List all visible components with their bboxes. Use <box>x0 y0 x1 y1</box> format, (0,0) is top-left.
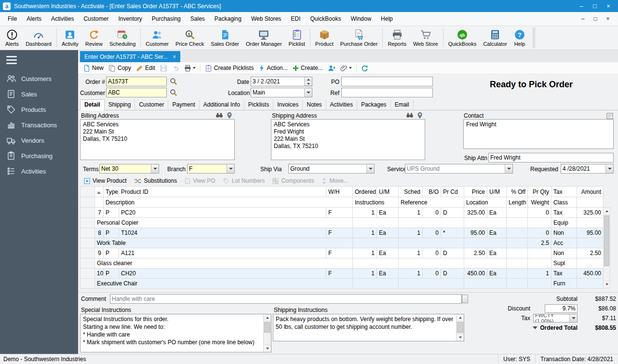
chevron-down-icon[interactable] <box>605 164 613 173</box>
order-search-icon[interactable] <box>169 77 178 86</box>
col-header-price[interactable]: Price <box>464 187 487 197</box>
col-header-type[interactable]: Type <box>104 187 119 197</box>
binoculars-icon[interactable] <box>215 111 224 119</box>
discount-rate-input[interactable] <box>545 304 578 313</box>
sidebar-item-purchasing[interactable]: Purchasing <box>0 148 78 163</box>
col-header-ordered[interactable]: Ordered <box>353 187 377 197</box>
toolbar-sales-order-button[interactable]: Sales Order <box>207 27 242 49</box>
scroll-down-icon[interactable] <box>264 345 271 352</box>
tab-customer[interactable]: Customer <box>135 100 168 110</box>
view-po-button[interactable]: View PO <box>185 177 215 184</box>
menu-icon[interactable] <box>6 56 17 64</box>
menu-activities[interactable]: Activities <box>46 13 79 25</box>
requested-date-combo[interactable]: 4 /28/2021 <box>561 164 614 174</box>
attachment-button[interactable] <box>338 64 354 73</box>
binoculars-icon[interactable] <box>405 111 414 119</box>
chevron-down-icon[interactable] <box>505 164 512 173</box>
row-indicator[interactable] <box>81 208 95 218</box>
sidebar-item-sales[interactable]: Sales <box>0 86 78 102</box>
scrollbar-thumb[interactable] <box>457 322 463 333</box>
menu-web-stores[interactable]: Web Stores <box>246 13 286 25</box>
ref-input[interactable] <box>341 88 433 97</box>
components-button[interactable]: Components <box>272 177 314 184</box>
menu-quickbooks[interactable]: QuickBooks <box>305 13 346 25</box>
scroll-up-icon[interactable] <box>457 314 464 322</box>
col-header-tax[interactable]: Tax <box>551 187 577 197</box>
toolbar-quickbooks-button[interactable]: qb QuickBooks <box>445 27 480 49</box>
tab-packages[interactable]: Packages <box>357 100 391 110</box>
menu-customer[interactable]: Customer <box>79 13 113 25</box>
toolbar-purchase-order-button[interactable]: Purchase Order <box>337 27 381 49</box>
toolbar-order-manager-button[interactable]: Order Manager <box>242 27 285 49</box>
scroll-down-icon[interactable] <box>457 334 464 341</box>
tab-notes[interactable]: Notes <box>303 100 326 110</box>
add-contact-button[interactable] <box>325 64 338 73</box>
mdi-minimize-button[interactable]: – <box>577 15 589 22</box>
tab-email[interactable]: Email <box>391 100 414 110</box>
shipping-address-box[interactable]: ABC Services Fred Wright 222 Main St Dal… <box>271 119 425 160</box>
order-number-input[interactable] <box>106 77 167 86</box>
row-indicator[interactable] <box>81 248 95 258</box>
menu-inventory[interactable]: Inventory <box>113 13 147 25</box>
col-header-product-id[interactable]: Product ID <box>119 187 326 197</box>
menu-sales[interactable]: Sales <box>186 13 210 25</box>
shipping-instructions-text[interactable]: Pack heavy products on bottom. Verify we… <box>273 314 456 341</box>
print-button[interactable] <box>182 64 198 73</box>
toolbar-product-button[interactable]: Product <box>312 27 337 49</box>
refresh-button[interactable] <box>359 64 371 73</box>
comment-input[interactable] <box>110 294 462 304</box>
col-header-wh[interactable]: W/H <box>326 187 353 197</box>
close-icon[interactable]: × <box>173 54 176 60</box>
row-indicator[interactable] <box>81 269 95 279</box>
create-picklists-button[interactable]: Create Picklists <box>202 64 256 73</box>
ordered-total-caret-icon[interactable] <box>533 326 537 329</box>
mdi-close-button[interactable]: × <box>602 15 614 22</box>
chevron-down-icon[interactable] <box>304 88 312 97</box>
tab-detail[interactable]: Detail <box>80 99 105 110</box>
toolbar-scheduling-button[interactable]: Scheduling <box>106 27 139 49</box>
lot-numbers-button[interactable]: Lot Numbers <box>223 177 265 184</box>
menu-purchasing[interactable]: Purchasing <box>147 13 186 25</box>
customer-search-icon[interactable] <box>169 88 178 97</box>
menu-help[interactable]: Help <box>376 13 398 25</box>
map-pin-icon[interactable] <box>416 111 424 119</box>
tab-activities[interactable]: Activities <box>326 100 357 110</box>
grid-scrollbar[interactable] <box>603 207 610 288</box>
menu-alerts[interactable]: Alerts <box>22 13 46 25</box>
chevron-down-icon[interactable] <box>227 164 234 173</box>
col-header-amount[interactable]: Amount <box>577 187 604 197</box>
mdi-restore-button[interactable]: □ <box>589 15 602 22</box>
billing-address-box[interactable]: ABC Services 222 Main St Dallas, TX 7521… <box>80 119 235 160</box>
col-header-location[interactable]: Location <box>464 197 507 208</box>
customer-input[interactable] <box>106 88 167 97</box>
menu-file[interactable]: File <box>3 13 22 25</box>
menu-edi[interactable]: EDI <box>286 13 305 25</box>
scroll-down-icon[interactable] <box>604 281 610 288</box>
toolbar-reports-button[interactable]: Reports <box>384 27 410 49</box>
location-select[interactable]: Main <box>251 88 312 97</box>
sidebar-item-products[interactable]: Products <box>0 102 78 117</box>
toolbar-web-store-button[interactable]: Web Store <box>410 27 442 49</box>
view-product-button[interactable]: View Product <box>84 177 126 184</box>
note-icon[interactable] <box>605 112 614 120</box>
date-input[interactable]: 3 / 2 /2021 <box>251 77 312 86</box>
tab-payment[interactable]: Payment <box>168 100 199 110</box>
map-pin-icon[interactable] <box>225 111 234 119</box>
col-header-price-um[interactable]: U/M <box>487 187 507 197</box>
tab-picklists[interactable]: Picklists <box>244 100 273 110</box>
toolbar-alerts-button[interactable]: Alerts <box>2 27 22 49</box>
toolbar-customer-button[interactable]: Customer <box>142 27 172 49</box>
service-combo[interactable]: UPS Ground <box>405 164 513 174</box>
ship-via-combo[interactable]: Ground <box>288 164 375 174</box>
chevron-down-icon[interactable] <box>569 314 577 322</box>
copy-button[interactable]: Copy <box>106 64 134 73</box>
new-button[interactable]: New <box>81 64 106 73</box>
close-button[interactable]: × <box>602 1 615 11</box>
date-spinner[interactable] <box>304 77 312 86</box>
sidebar-item-activities[interactable]: Activities <box>0 163 78 179</box>
toolbar-picklist-button[interactable]: Picklist <box>285 27 309 49</box>
col-header-reference[interactable]: Reference <box>399 197 464 208</box>
toolbar-help-button[interactable]: ? Help <box>511 27 529 49</box>
contact-box[interactable]: Fred Wright <box>463 119 614 149</box>
sort-column-header[interactable] <box>95 187 104 197</box>
